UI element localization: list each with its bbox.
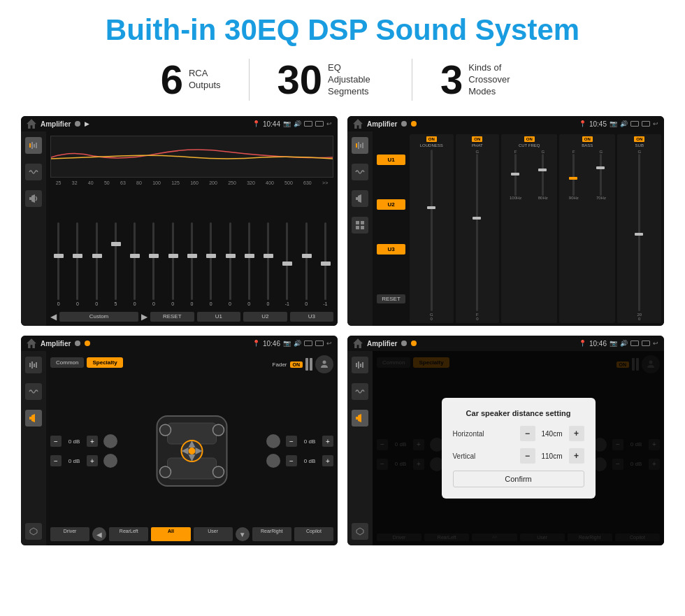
reset-btn-1[interactable]: RESET (150, 312, 194, 322)
prev-arrow[interactable]: ◀ (50, 312, 57, 322)
eq-slider-10[interactable]: 0 (241, 222, 257, 306)
bass-on[interactable]: ON (582, 136, 593, 142)
u1-btn[interactable]: U1 (377, 155, 405, 165)
eq-slider-2[interactable]: 0 (89, 222, 105, 306)
back-icon-1[interactable]: ↩ (326, 120, 332, 127)
vol-icon-2: 🔊 (620, 120, 628, 127)
eq-slider-7[interactable]: 0 (184, 222, 200, 306)
sub-on[interactable]: ON (634, 136, 644, 142)
stat-eq-number: 30 (277, 59, 323, 100)
tab-row-3: Common Specialty (50, 357, 123, 368)
freq-labels: 25 32 40 50 63 80 100 125 160 200 250 32… (50, 180, 333, 185)
home-icon-3[interactable] (27, 338, 36, 348)
custom-btn[interactable]: Custom (59, 312, 138, 322)
eq-icon-3[interactable] (25, 357, 42, 373)
eq-slider-8[interactable]: 0 (203, 222, 219, 306)
eq-slider-3[interactable]: 5 (108, 222, 124, 306)
u2-btn[interactable]: U2 (377, 199, 405, 210)
u3-btn-1[interactable]: U3 (290, 312, 334, 322)
wave-icon-2[interactable] (352, 164, 368, 180)
eq-slider-6[interactable]: 0 (165, 222, 181, 306)
camera-icon-3: 📷 (283, 340, 291, 347)
eq-slider-11[interactable]: 0 (260, 222, 276, 306)
vol-minus-tl[interactable]: − (50, 436, 62, 447)
cutfreq-on[interactable]: ON (524, 136, 535, 142)
u1-btn-1[interactable]: U1 (197, 312, 241, 322)
layout-icon-2[interactable] (352, 217, 368, 234)
copilot-btn[interactable]: Copilot (294, 527, 333, 541)
speaker-icon-4[interactable] (352, 410, 368, 427)
left-arrow-btn[interactable]: ◀ (92, 527, 106, 541)
eq-slider-0[interactable]: 0 (50, 222, 66, 306)
vol-minus-tr[interactable]: − (286, 436, 297, 447)
next-arrow[interactable]: ▶ (141, 312, 147, 322)
rearleft-btn[interactable]: RearLeft (109, 527, 148, 541)
location-icon-4: 📍 (579, 340, 586, 347)
reset-btn-2[interactable]: RESET (377, 294, 405, 303)
home-icon-2[interactable] (353, 119, 363, 129)
speaker-icon-2[interactable] (352, 190, 368, 207)
eq-icon[interactable] (25, 137, 42, 154)
specialty-tab[interactable]: Specialty (87, 357, 122, 368)
time-4: 10:46 (589, 340, 607, 348)
rearright-btn[interactable]: RearRight (252, 527, 291, 541)
back-icon-2[interactable]: ↩ (653, 120, 658, 127)
speaker-icon-3[interactable] (25, 410, 42, 427)
eq-icon-2[interactable] (352, 137, 368, 154)
eq-slider-1[interactable]: 0 (69, 222, 85, 306)
fader-s1[interactable] (305, 358, 308, 371)
down-arrow-btn[interactable]: ▼ (236, 527, 250, 541)
eq-slider-13[interactable]: 0 (298, 222, 314, 306)
phat-on[interactable]: ON (472, 136, 482, 142)
driver-btn[interactable]: Driver (50, 527, 89, 541)
loudness-track[interactable] (431, 150, 433, 311)
svg-point-31 (213, 466, 224, 478)
home-icon-4[interactable] (353, 338, 363, 348)
vol-plus-br[interactable]: + (322, 455, 333, 466)
eq-slider-5[interactable]: 0 (145, 222, 161, 306)
amp2-layout: U1 U2 U3 RESET ON LOUDNESS (375, 134, 661, 323)
loudness-on[interactable]: ON (426, 136, 437, 142)
u3-btn[interactable]: U3 (377, 244, 405, 255)
eq-slider-4[interactable]: 0 (127, 222, 143, 306)
all-btn[interactable]: All (151, 527, 190, 541)
bass-track-g[interactable] (600, 154, 602, 196)
sidebar-4 (347, 351, 373, 545)
horizontal-plus-btn[interactable]: + (569, 426, 584, 441)
vertical-plus-btn[interactable]: + (569, 448, 584, 464)
wave-icon-3[interactable] (25, 383, 42, 400)
fader-on[interactable]: ON (290, 361, 303, 368)
horizontal-minus-btn[interactable]: − (520, 426, 535, 441)
cutfreq-track-g[interactable] (542, 154, 544, 196)
eq-slider-9[interactable]: 0 (222, 222, 238, 306)
u2-btn-1[interactable]: U2 (243, 312, 287, 322)
eq-slider-12[interactable]: -1 (279, 222, 295, 306)
speaker-icon[interactable] (25, 190, 42, 207)
vertical-minus-btn[interactable]: − (520, 448, 535, 464)
bass-track-f[interactable] (572, 154, 575, 196)
person-icon-3[interactable] (315, 355, 333, 373)
sub-track[interactable] (638, 154, 640, 311)
user-btn-3[interactable]: User (194, 527, 233, 541)
confirm-button[interactable]: Confirm (453, 471, 584, 487)
home-icon-1[interactable] (27, 119, 36, 129)
spread-icon-3[interactable] (25, 523, 42, 540)
spread-icon-4[interactable] (352, 523, 368, 540)
vol-minus-bl[interactable]: − (50, 455, 62, 466)
fader-s2[interactable] (310, 358, 312, 371)
back-icon-3[interactable]: ↩ (326, 340, 332, 347)
wifi-icon-2 (630, 121, 639, 127)
vol-val-bl: 0 dB (64, 458, 84, 464)
vol-minus-br[interactable]: − (286, 455, 297, 466)
cutfreq-track-f[interactable] (514, 154, 517, 196)
phat-track[interactable] (476, 154, 478, 311)
eq-slider-14[interactable]: -1 (317, 222, 333, 306)
vol-plus-tl[interactable]: + (87, 436, 98, 447)
common-tab[interactable]: Common (50, 357, 84, 368)
back-icon-4[interactable]: ↩ (653, 340, 658, 347)
eq-icon-4[interactable] (352, 357, 368, 373)
vol-plus-bl[interactable]: + (87, 455, 98, 466)
vol-plus-tr[interactable]: + (322, 436, 333, 447)
wave-icon-4[interactable] (352, 383, 368, 400)
wave-icon[interactable] (25, 164, 42, 180)
